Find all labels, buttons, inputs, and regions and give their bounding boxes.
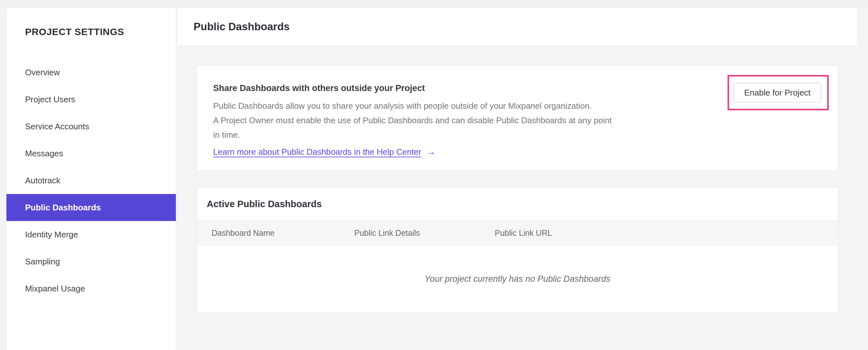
sidebar-item-overview[interactable]: Overview [6,59,176,86]
share-dashboards-card: Share Dashboards with others outside you… [197,65,838,171]
sidebar-item-mixpanel-usage[interactable]: Mixpanel Usage [6,275,176,302]
sidebar: PROJECT SETTINGS Overview Project Users … [6,7,176,350]
dashboards-table-empty-state: Your project currently has no Public Das… [197,245,838,313]
share-description-line-2: A Project Owner must enable the use of P… [213,113,838,128]
column-header-public-link-details: Public Link Details [354,228,495,238]
share-card-description: Public Dashboards allow you to share you… [213,99,838,142]
dashboards-table-header: Dashboard Name Public Link Details Publi… [197,221,838,245]
column-header-public-link-url: Public Link URL [495,228,838,238]
sidebar-item-project-users[interactable]: Project Users [6,86,176,113]
page-title: Public Dashboards [177,21,290,33]
sidebar-item-service-accounts[interactable]: Service Accounts [6,113,176,140]
active-card-heading-row: Active Public Dashboards [197,188,838,221]
sidebar-item-sampling[interactable]: Sampling [6,248,176,275]
sidebar-item-public-dashboards[interactable]: Public Dashboards [6,194,176,221]
empty-state-message: Your project currently has no Public Das… [425,274,611,284]
sidebar-item-identity-merge[interactable]: Identity Merge [6,221,176,248]
help-center-link[interactable]: Learn more about Public Dashboards in th… [213,147,422,157]
page: PROJECT SETTINGS Overview Project Users … [0,0,868,350]
sidebar-nav: Overview Project Users Service Accounts … [6,59,176,302]
sidebar-item-messages[interactable]: Messages [6,140,176,167]
active-card-heading: Active Public Dashboards [207,199,322,209]
share-card-content: Share Dashboards with others outside you… [197,66,838,157]
share-description-line-3: in time. [213,128,838,142]
enable-for-project-button[interactable]: Enable for Project [733,83,822,103]
arrow-right-icon: → [427,147,436,157]
sidebar-item-autotrack[interactable]: Autotrack [6,167,176,194]
column-header-dashboard-name: Dashboard Name [197,228,354,238]
page-header: Public Dashboards [177,7,858,46]
help-link-row: Learn more about Public Dashboards in th… [213,147,838,157]
top-strip [0,0,868,7]
active-dashboards-card: Active Public Dashboards Dashboard Name … [197,187,838,313]
sidebar-title: PROJECT SETTINGS [6,8,176,37]
